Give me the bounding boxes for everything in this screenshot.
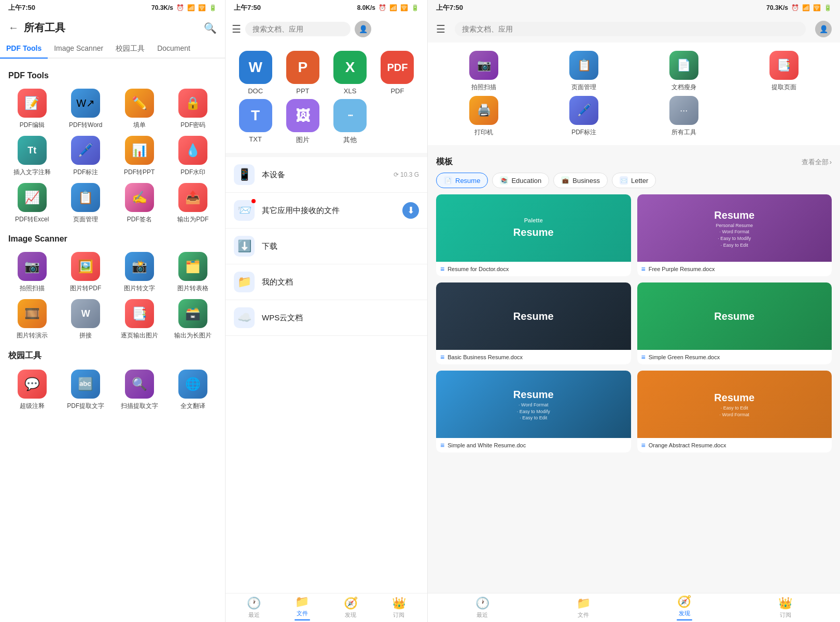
tool-pdf-ppt[interactable]: 📊 PDF转PPT [116,136,163,177]
tab-campus-tools[interactable]: 校园工具 [109,40,151,59]
search-button[interactable]: 🔍 [204,22,217,34]
tool-scan-extract-text[interactable]: 🔍 扫描提取文字 [116,370,163,411]
tool-pdf-sign-label: PDF签名 [127,215,152,224]
tool-export-pdf-icon: 📤 [178,183,207,212]
file-item-device[interactable]: 📱 本设备 ⟳ 10.3 G [226,157,427,193]
tool-page-img[interactable]: 📑 逐页输出图片 [116,299,163,340]
file-item-download[interactable]: ⬇️ 下载 [226,229,427,264]
nav-discover-mid[interactable]: 🧭 发现 [327,593,375,622]
nav-files-mid[interactable]: 📁 文件 [278,593,326,622]
file-item-cloud[interactable]: ☁️ WPS云文档 [226,300,427,336]
tool-pdf-annotate-icon: 🖊️ [71,136,100,165]
template-tab-letter[interactable]: ✉️ Letter [612,173,656,188]
tool-page-img-label: 逐页输出图片 [121,331,158,340]
tool-pdf-word[interactable]: W↗ PDF转Word [62,89,110,130]
tab-pdf-tools[interactable]: PDF Tools [0,40,48,59]
format-other[interactable]: ··· 其他 [329,99,372,145]
template-filename-2: Free Purple Resume.docx [649,266,715,272]
tool-img-pdf[interactable]: 🖼️ 图片转PDF [62,252,110,293]
files-label-mid: 文件 [297,610,308,617]
tool-fill[interactable]: ✏️ 填单 [116,89,163,130]
qtool-extract-page[interactable]: 📑 提取页面 [736,51,832,92]
template-card-6[interactable]: Resume · Easy to Edit· Word Format ≡ Ora… [637,371,832,453]
received-download[interactable]: ⬇ [402,202,419,219]
templates-title: 模板 [436,157,453,167]
format-ppt[interactable]: P PPT [281,51,324,95]
nav-recent-right[interactable]: 🕐 最近 [432,593,533,622]
avatar-right[interactable]: 👤 [815,21,832,37]
hamburger-button-right[interactable]: ☰ [436,23,445,35]
format-pdf[interactable]: PDF PDF [376,51,419,95]
tool-export-pdf[interactable]: 📤 输出为PDF [170,183,217,224]
tab-image-scanner[interactable]: Image Scanner [48,40,109,59]
format-xls[interactable]: X XLS [329,51,372,95]
qtool-photo-scan[interactable]: 📷 拍照扫描 [436,51,532,92]
qtool-doc-slim[interactable]: 📄 文档瘦身 [636,51,732,92]
template-card-3[interactable]: Resume ≡ Basic Business Resume.docx [436,282,631,364]
tool-pdf-annotate[interactable]: 🖊️ PDF标注 [62,136,110,177]
tool-photo-scan-label: 拍照扫描 [20,284,45,293]
qtool-page-manage[interactable]: 📋 页面管理 [536,51,632,92]
tool-insert-text[interactable]: Tt 插入文字注释 [8,136,56,177]
template-tab-resume[interactable]: 📄 Resume [436,173,488,188]
file-item-mydocs[interactable]: 📁 我的文档 [226,264,427,300]
tool-img-text[interactable]: 📸 图片转文字 [116,252,163,293]
tab-document[interactable]: Document [151,40,197,59]
tool-pdf-excel[interactable]: 📈 PDF转Excel [8,183,56,224]
search-bar-mid[interactable] [245,22,351,36]
resume-tab-dot: 📄 [444,176,452,185]
tool-pdf-extract-text[interactable]: 🔤 PDF提取文字 [62,370,110,411]
search-bar-right[interactable] [455,22,806,36]
template-tab-business[interactable]: 💼 Business [553,173,608,188]
back-button[interactable]: ← [8,22,19,34]
template-card-4[interactable]: Resume ≡ Simple Green Resume.docx [637,282,832,364]
qtool-pdf-annotate[interactable]: 🖊️ PDF标注 [536,96,632,137]
nav-subscribe-mid[interactable]: 👑 订阅 [375,593,423,622]
format-grid: W DOC P PPT X XLS PDF PDF T TXT 🖼 图片 ···… [226,43,427,153]
template-tab-education[interactable]: 📚 Education [492,173,549,188]
search-input-mid[interactable] [253,25,343,33]
qtool-printer[interactable]: 🖨️ 打印机 [436,96,532,137]
tool-long-img[interactable]: 🗃️ 输出为长图片 [170,299,217,340]
nav-recent-mid[interactable]: 🕐 最近 [230,593,278,622]
search-input-right[interactable] [462,25,799,33]
template-card-5[interactable]: Resume · Word Format· Easy to Modify· Ea… [436,371,631,453]
format-pdf-icon: PDF [381,51,414,84]
tool-page-manage[interactable]: 📋 页面管理 [62,183,110,224]
status-bar-left: 上午7:50 70.3K/s ⏰ 📶 🛜 🔋 [0,0,225,16]
doc-icon-4: ≡ [641,353,646,361]
template-card-2[interactable]: Resume Personal Resume· Word Format· Eas… [637,194,832,276]
tool-img-table[interactable]: 🗂️ 图片转表格 [170,252,217,293]
tool-img-table-label: 图片转表格 [177,284,208,293]
hamburger-button-mid[interactable]: ☰ [232,23,241,35]
status-icons-left: 70.3K/s ⏰ 📶 🛜 🔋 [151,4,217,11]
tool-super-annotate-label: 超级注释 [20,402,45,411]
tool-img-pdf-icon: 🖼️ [71,252,100,281]
avatar-mid[interactable]: 👤 [355,21,371,37]
device-icon: 📱 [234,164,255,185]
tool-pdf-password[interactable]: 🔒 PDF密码 [170,89,217,130]
qtool-doc-slim-label: 文档瘦身 [671,83,696,92]
tool-img-present[interactable]: 🎞️ 图片转演示 [8,299,56,340]
format-txt[interactable]: T TXT [234,99,277,145]
tool-pdf-sign[interactable]: ✍️ PDF签名 [116,183,163,224]
tool-pdf-watermark[interactable]: 💧 PDF水印 [170,136,217,177]
received-icon: 📨 [234,200,255,221]
tool-stitch[interactable]: W 拼接 [62,299,110,340]
format-img[interactable]: 🖼 图片 [281,99,324,145]
nav-files-right[interactable]: 📁 文件 [533,593,634,622]
format-doc[interactable]: W DOC [234,51,277,95]
view-all-button[interactable]: 查看全部 › [802,158,832,167]
nav-subscribe-right[interactable]: 👑 订阅 [735,593,836,622]
qtool-all-tools[interactable]: ··· 所有工具 [636,96,732,137]
nav-underline-right [677,619,692,620]
template-card-1[interactable]: Palette Resume ≡ Resume for Doctor.docx [436,194,631,276]
tool-translate[interactable]: 🌐 全文翻译 [170,370,217,411]
file-item-received[interactable]: 📨 其它应用中接收的文件 ⬇ [226,193,427,229]
tool-photo-scan[interactable]: 📷 拍照扫描 [8,252,56,293]
tool-super-annotate[interactable]: 💬 超级注释 [8,370,56,411]
status-bar-mid: 上午7:50 8.0K/s ⏰ 📶 🛜 🔋 [226,0,427,16]
battery-icon-right: 🔋 [824,4,832,11]
nav-discover-right[interactable]: 🧭 发现 [634,593,735,622]
tool-pdf-edit[interactable]: 📝 PDF编辑 [8,89,56,130]
